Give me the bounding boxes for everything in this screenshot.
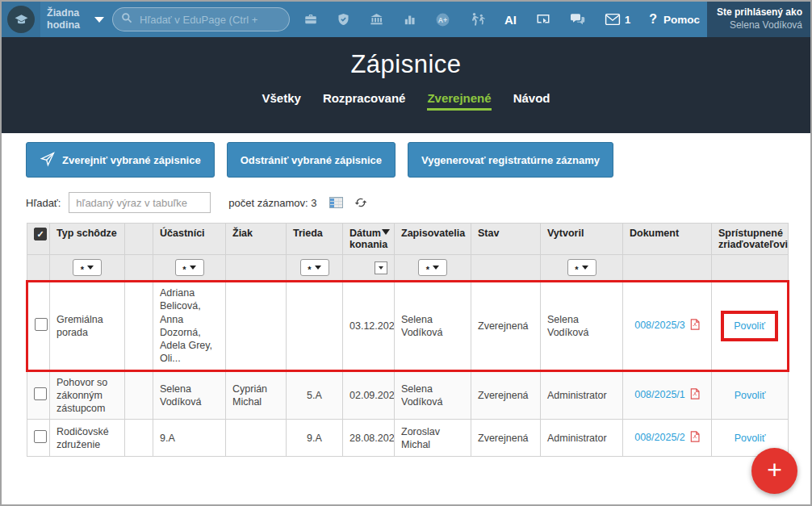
row-checkbox[interactable]	[34, 387, 47, 400]
toolbar-icons: A+ AI 1 ? Pomoc	[303, 12, 700, 27]
logged-in-user-name: Selena Vodíková	[717, 19, 802, 31]
cell-ucastnici: 9.A	[153, 420, 226, 457]
chevron-down-icon	[94, 17, 104, 23]
tab-rozpracovane[interactable]: Rozpracované	[323, 91, 406, 111]
help-label: Pomoc	[663, 14, 700, 26]
top-toolbar: Žiadna hodina A+	[2, 2, 810, 37]
chevron-down-icon	[190, 266, 196, 270]
help-menu[interactable]: ? Pomoc	[649, 12, 700, 27]
delete-selected-label: Odstrániť vybrané zápisnice	[241, 154, 382, 166]
filter-dropdown-zapisovatelia[interactable]: *	[418, 259, 447, 276]
col-ucastnici: Účastníci	[153, 224, 226, 255]
cell-zapisovatelia: Selena Vodíková	[395, 370, 471, 420]
povolit-link[interactable]: Povoliť	[734, 320, 765, 332]
row-checkbox[interactable]	[35, 318, 48, 331]
col-datum-konania[interactable]: Dátum konania	[343, 224, 395, 255]
table-row[interactable]: Rodičovské združenie 9.A 9.A 28.08.2025 …	[27, 420, 789, 457]
povolit-link[interactable]: Povoliť	[735, 390, 766, 401]
row-checkbox[interactable]	[34, 430, 47, 443]
chat-icon[interactable]	[570, 12, 586, 27]
pdf-icon[interactable]	[690, 321, 700, 332]
edupage-logo[interactable]	[2, 2, 40, 37]
paper-plane-icon	[40, 151, 56, 169]
walking-people-icon[interactable]	[469, 12, 486, 27]
a-plus-icon[interactable]: A+	[435, 12, 450, 27]
cell-datum: 02.09.2025	[343, 370, 395, 420]
filter-dropdown-ucastnici[interactable]: *	[175, 259, 204, 276]
cell-ziak	[226, 420, 287, 457]
mail-count-badge: 1	[625, 14, 630, 26]
tab-zverejnene[interactable]: Zverejnené	[427, 91, 491, 111]
pdf-icon[interactable]	[690, 433, 700, 445]
cell-trieda	[287, 282, 343, 371]
select-all-checkbox[interactable]: ✓	[34, 228, 47, 240]
tab-bar: Všetky Rozpracované Zverejnené Návod	[2, 91, 810, 111]
pdf-icon[interactable]	[690, 391, 700, 402]
table-search-input[interactable]	[69, 192, 211, 213]
help-icon: ?	[649, 12, 657, 27]
publish-selected-button[interactable]: Zverejniť vybrané zápisnice	[26, 142, 215, 178]
ai-icon[interactable]: AI	[504, 13, 517, 27]
svg-text:A+: A+	[438, 15, 447, 23]
table-header-row: ✓ Typ schôdze Účastníci Žiak Trieda Dátu…	[27, 224, 789, 255]
record-count: počet záznamov: 3	[228, 197, 316, 209]
filter-dropdown-trieda[interactable]: *	[300, 259, 329, 276]
class-selector[interactable]: Žiadna hodina	[40, 7, 112, 31]
cell-vytvoril: Selena Vodíková	[541, 282, 623, 371]
table-row[interactable]: Pohovor so zákonným zástupcom Selena Vod…	[27, 370, 789, 420]
plus-icon: +	[767, 457, 782, 483]
cell-ziak: Cyprián Michal	[226, 370, 287, 420]
delete-selected-button[interactable]: Odstrániť vybrané zápisnice	[227, 142, 396, 178]
mail-icon[interactable]: 1	[605, 13, 630, 26]
chevron-down-icon	[315, 266, 321, 270]
cell-stav: Zverejnená	[471, 420, 541, 457]
date-filter-icon[interactable]	[375, 261, 387, 274]
add-button[interactable]: +	[751, 448, 797, 494]
table-search-label: Hľadať:	[26, 197, 61, 209]
col-stav: Stav	[471, 224, 541, 255]
tab-navod[interactable]: Návod	[513, 91, 550, 111]
table-filter-bar: Hľadať: počet záznamov: 3	[26, 192, 810, 213]
document-link[interactable]: 008/2025/3	[634, 320, 685, 331]
cell-typ: Gremiálna porada	[50, 282, 125, 371]
global-search[interactable]	[112, 7, 290, 31]
generate-registry-label: Vygenerovať registratúrne záznamy	[421, 154, 600, 166]
action-button-row: Zverejniť vybrané zápisnice Odstrániť vy…	[26, 142, 810, 178]
tab-vsetky[interactable]: Všetky	[262, 91, 301, 111]
graduation-cap-icon	[7, 6, 35, 33]
povolit-link[interactable]: Povoliť	[735, 433, 766, 444]
document-link[interactable]: 008/2025/1	[634, 389, 685, 400]
column-settings-icon[interactable]	[329, 197, 343, 208]
page-title: Zápisnice	[2, 37, 810, 79]
table-row[interactable]: Gremiálna porada Adriana Belicová, Anna …	[27, 282, 789, 371]
publish-selected-label: Zverejniť vybrané zápisnice	[62, 154, 201, 166]
refresh-icon[interactable]	[354, 196, 367, 209]
chevron-down-icon	[433, 266, 439, 270]
generate-registry-button[interactable]: Vygenerovať registratúrne záznamy	[408, 142, 613, 178]
briefcase-icon[interactable]	[303, 12, 318, 27]
document-link[interactable]: 008/2025/2	[634, 432, 685, 443]
col-typ-schodze: Typ schôdze	[50, 224, 125, 255]
col-zapisovatelia: Zapisovatelia	[395, 224, 471, 255]
col-spristupnene: Sprístupnené zriaďovateľovi	[712, 224, 789, 255]
bar-chart-icon[interactable]	[403, 13, 416, 27]
cell-vytvoril: Administrator	[541, 420, 623, 457]
logged-in-as-label: Ste prihlásený ako	[717, 6, 802, 19]
cell-zapisovatelia: Selena Vodíková	[395, 282, 471, 371]
col-empty	[125, 224, 153, 255]
col-trieda: Trieda	[287, 224, 343, 255]
filter-dropdown-typ[interactable]: *	[73, 259, 102, 276]
logged-in-user[interactable]: Ste prihlásený ako Selena Vodíková	[707, 2, 810, 37]
filter-dropdown-vytvoril[interactable]: *	[567, 259, 596, 276]
search-input[interactable]	[138, 13, 262, 27]
class-selector-label: Žiadna hodina	[47, 7, 89, 31]
cell-trieda: 5.A	[287, 370, 343, 420]
cell-ucastnici: Adriana Belicová, Anna Dozorná, Adela Gr…	[153, 282, 226, 371]
cell-datum: 03.12.2025	[343, 282, 395, 371]
cell-zapisovatelia: Zoroslav Michal	[395, 420, 471, 457]
shield-check-icon[interactable]	[337, 12, 350, 27]
search-icon	[121, 12, 132, 27]
cast-icon[interactable]	[535, 12, 551, 27]
cell-stav: Zverejnená	[471, 282, 541, 371]
bank-icon[interactable]	[369, 12, 384, 27]
